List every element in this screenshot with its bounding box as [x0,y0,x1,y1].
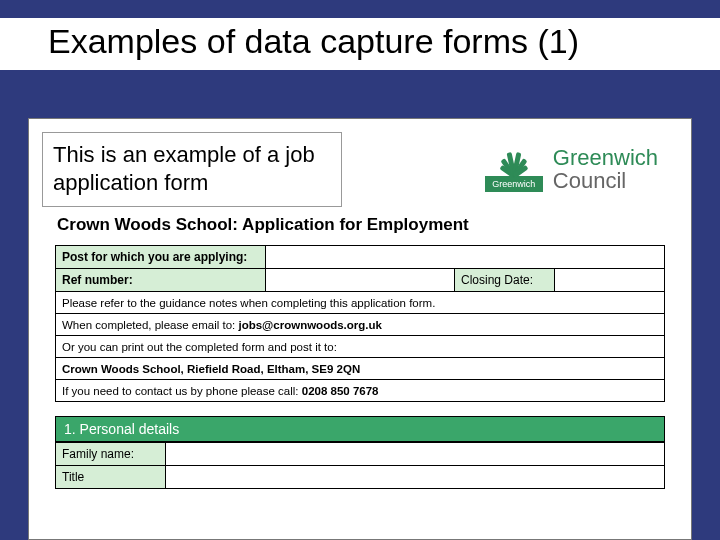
title-field[interactable] [166,466,665,489]
instruction-line-4: Crown Woods School, Riefield Road, Eltha… [56,358,665,380]
personal-details-table: Family name: Title [55,442,665,489]
title-field-label: Title [56,466,166,489]
form-heading: Crown Woods School: Application for Empl… [57,215,665,235]
ref-field[interactable] [266,269,455,292]
greenwich-council-logo: Greenwich Greenwich Council [485,146,658,192]
caption-box: This is an example of a job application … [42,132,342,207]
logo-text: Greenwich Council [553,146,658,192]
ref-label: Ref number: [56,269,266,292]
instruction-line-1: Please refer to the guidance notes when … [56,292,665,314]
application-header-table: Post for which you are applying: Ref num… [55,245,665,402]
form-area: Crown Woods School: Application for Empl… [55,215,665,489]
slide-title: Examples of data capture forms (1) [48,22,680,61]
instruction-line-5: If you need to contact us by phone pleas… [56,380,665,402]
section-1-title: 1. Personal details [56,417,665,442]
family-name-field[interactable] [166,443,665,466]
closing-date-field[interactable] [554,269,664,292]
closing-date-label: Closing Date: [454,269,554,292]
post-field[interactable] [266,246,665,269]
logo-mark-icon: Greenwich [485,146,543,192]
caption-text: This is an example of a job application … [53,142,315,195]
instruction-line-2: When completed, please email to: jobs@cr… [56,314,665,336]
instruction-line-3: Or you can print out the completed form … [56,336,665,358]
family-name-label: Family name: [56,443,166,466]
section-1-bar: 1. Personal details [55,416,665,442]
post-label: Post for which you are applying: [56,246,266,269]
